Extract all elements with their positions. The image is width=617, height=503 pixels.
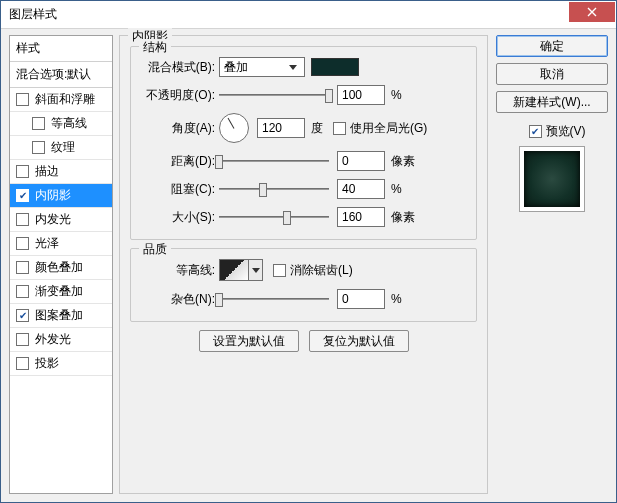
choke-label: 阻塞(C): — [143, 181, 219, 198]
style-checkbox[interactable] — [16, 333, 29, 346]
style-item[interactable]: 投影 — [10, 352, 112, 376]
blend-mode-value: 叠加 — [224, 59, 248, 76]
new-style-button[interactable]: 新建样式(W)... — [496, 91, 608, 113]
style-item-label: 等高线 — [51, 115, 87, 132]
preview-checkbox[interactable]: 预览(V) — [529, 123, 586, 140]
size-input[interactable] — [337, 207, 385, 227]
style-item-label: 渐变叠加 — [35, 283, 83, 300]
style-item-label: 内发光 — [35, 211, 71, 228]
ok-button[interactable]: 确定 — [496, 35, 608, 57]
style-checkbox[interactable] — [32, 141, 45, 154]
style-item[interactable]: 等高线 — [10, 112, 112, 136]
chevron-down-icon — [286, 65, 300, 70]
angle-label: 角度(A): — [143, 120, 219, 137]
style-item[interactable]: 渐变叠加 — [10, 280, 112, 304]
preview-box — [519, 146, 585, 212]
style-item-label: 内阴影 — [35, 187, 71, 204]
style-item-label: 颜色叠加 — [35, 259, 83, 276]
size-label: 大小(S): — [143, 209, 219, 226]
preview-label: 预览(V) — [546, 123, 586, 140]
style-item[interactable]: 内发光 — [10, 208, 112, 232]
distance-label: 距离(D): — [143, 153, 219, 170]
distance-unit: 像素 — [391, 153, 415, 170]
inner-shadow-group: 内阴影 结构 混合模式(B): 叠加 — [119, 35, 488, 494]
blend-options-default[interactable]: 混合选项:默认 — [10, 62, 112, 88]
blend-mode-label: 混合模式(B): — [143, 59, 219, 76]
style-item-label: 外发光 — [35, 331, 71, 348]
style-item[interactable]: 纹理 — [10, 136, 112, 160]
close-button[interactable] — [569, 2, 615, 22]
style-item[interactable]: 描边 — [10, 160, 112, 184]
opacity-slider[interactable] — [219, 88, 329, 102]
style-checkbox[interactable] — [16, 357, 29, 370]
reset-default-button[interactable]: 复位为默认值 — [309, 330, 409, 352]
structure-title: 结构 — [139, 39, 171, 56]
style-item[interactable]: 外发光 — [10, 328, 112, 352]
close-icon — [587, 7, 597, 17]
style-item-label: 纹理 — [51, 139, 75, 156]
angle-unit: 度 — [311, 120, 323, 137]
make-default-button[interactable]: 设置为默认值 — [199, 330, 299, 352]
style-item-label: 描边 — [35, 163, 59, 180]
size-slider[interactable] — [219, 210, 329, 224]
style-checkbox[interactable] — [16, 261, 29, 274]
contour-label: 等高线: — [143, 262, 219, 279]
style-item[interactable]: 颜色叠加 — [10, 256, 112, 280]
layer-style-dialog: 图层样式 样式 混合选项:默认 斜面和浮雕等高线纹理描边内阴影内发光光泽颜色叠加… — [0, 0, 617, 503]
structure-group: 结构 混合模式(B): 叠加 不透明度(O): — [130, 46, 477, 240]
window-title: 图层样式 — [9, 6, 57, 23]
styles-header[interactable]: 样式 — [10, 36, 112, 62]
quality-title: 品质 — [139, 241, 171, 258]
style-checkbox[interactable] — [16, 93, 29, 106]
style-item-label: 投影 — [35, 355, 59, 372]
choke-slider[interactable] — [219, 182, 329, 196]
chevron-down-icon — [249, 259, 263, 281]
antialias-label: 消除锯齿(L) — [290, 262, 353, 279]
size-unit: 像素 — [391, 209, 415, 226]
angle-input[interactable] — [257, 118, 305, 138]
opacity-input[interactable] — [337, 85, 385, 105]
style-item-label: 斜面和浮雕 — [35, 91, 95, 108]
style-checkbox[interactable] — [16, 285, 29, 298]
style-checkbox[interactable] — [16, 189, 29, 202]
settings-panel: 内阴影 结构 混合模式(B): 叠加 — [119, 35, 488, 494]
noise-slider[interactable] — [219, 292, 329, 306]
shadow-color-swatch[interactable] — [311, 58, 359, 76]
titlebar: 图层样式 — [1, 1, 616, 29]
angle-dial[interactable] — [219, 113, 249, 143]
preview-thumbnail — [524, 151, 580, 207]
style-item-label: 光泽 — [35, 235, 59, 252]
style-checkbox[interactable] — [16, 213, 29, 226]
antialias-checkbox[interactable]: 消除锯齿(L) — [273, 262, 353, 279]
actions-column: 确定 取消 新建样式(W)... 预览(V) — [496, 35, 608, 494]
distance-slider[interactable] — [219, 154, 329, 168]
style-item[interactable]: 图案叠加 — [10, 304, 112, 328]
style-item[interactable]: 斜面和浮雕 — [10, 88, 112, 112]
style-checkbox[interactable] — [16, 309, 29, 322]
style-item-label: 图案叠加 — [35, 307, 83, 324]
contour-picker[interactable] — [219, 259, 263, 281]
style-checkbox[interactable] — [16, 165, 29, 178]
style-item[interactable]: 内阴影 — [10, 184, 112, 208]
noise-label: 杂色(N): — [143, 291, 219, 308]
style-item[interactable]: 光泽 — [10, 232, 112, 256]
opacity-label: 不透明度(O): — [143, 87, 219, 104]
opacity-unit: % — [391, 88, 402, 102]
blend-mode-combo[interactable]: 叠加 — [219, 57, 305, 77]
distance-input[interactable] — [337, 151, 385, 171]
cancel-button[interactable]: 取消 — [496, 63, 608, 85]
style-checkbox[interactable] — [16, 237, 29, 250]
dialog-body: 样式 混合选项:默认 斜面和浮雕等高线纹理描边内阴影内发光光泽颜色叠加渐变叠加图… — [1, 29, 616, 502]
styles-list: 样式 混合选项:默认 斜面和浮雕等高线纹理描边内阴影内发光光泽颜色叠加渐变叠加图… — [9, 35, 113, 494]
use-global-light-label: 使用全局光(G) — [350, 120, 427, 137]
choke-input[interactable] — [337, 179, 385, 199]
use-global-light-checkbox[interactable]: 使用全局光(G) — [333, 120, 427, 137]
noise-unit: % — [391, 292, 402, 306]
choke-unit: % — [391, 182, 402, 196]
contour-thumbnail — [219, 259, 249, 281]
noise-input[interactable] — [337, 289, 385, 309]
style-checkbox[interactable] — [32, 117, 45, 130]
quality-group: 品质 等高线: 消除锯齿(L) 杂色(N): — [130, 248, 477, 322]
